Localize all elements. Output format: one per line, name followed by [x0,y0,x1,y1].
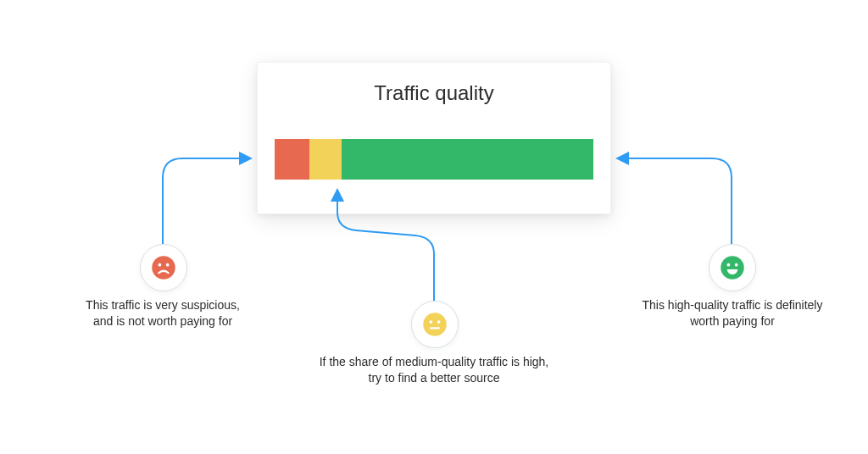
medium-quality-caption: If the share of medium-quality traffic i… [298,354,570,386]
sad-face-icon [151,255,176,280]
segment-medium-quality [309,139,342,180]
arrow-to-low-segment [163,158,249,244]
svg-point-4 [430,320,433,324]
svg-point-5 [437,320,441,324]
high-quality-caption: This high-quality traffic is definitelyw… [631,297,834,329]
arrow-to-high-segment [619,158,732,244]
svg-point-0 [152,256,175,280]
low-quality-caption: This traffic is very suspicious,and is n… [54,297,271,329]
traffic-quality-card: Traffic quality [257,62,611,214]
svg-point-2 [166,263,170,267]
svg-point-1 [159,263,162,267]
medium-quality-badge [411,301,459,348]
low-quality-badge [140,244,187,291]
svg-point-8 [727,263,731,267]
neutral-face-icon [422,312,448,337]
card-title: Traffic quality [258,81,610,105]
svg-point-9 [735,263,738,267]
happy-face-icon [720,255,745,280]
high-quality-badge [709,244,756,291]
segment-low-quality [275,139,309,180]
svg-point-3 [423,313,447,336]
segment-high-quality [342,139,593,180]
quality-bar [275,139,593,180]
svg-point-7 [721,256,744,280]
